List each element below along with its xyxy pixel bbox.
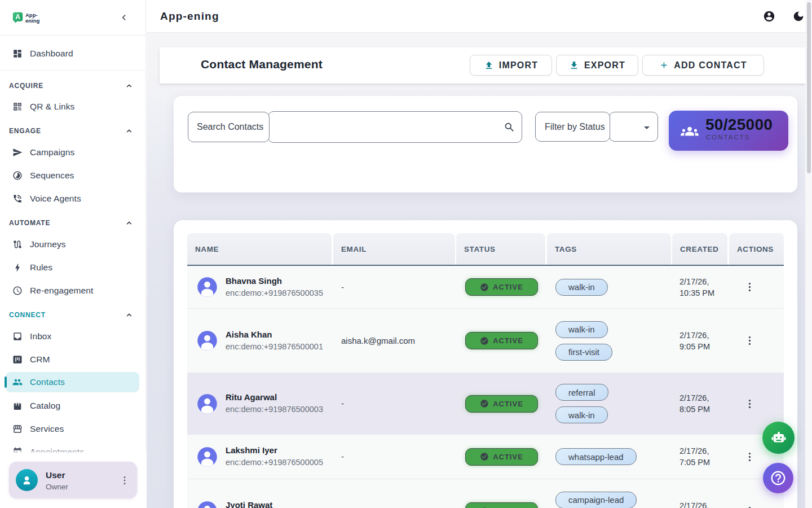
svg-text:A: A bbox=[15, 13, 20, 21]
